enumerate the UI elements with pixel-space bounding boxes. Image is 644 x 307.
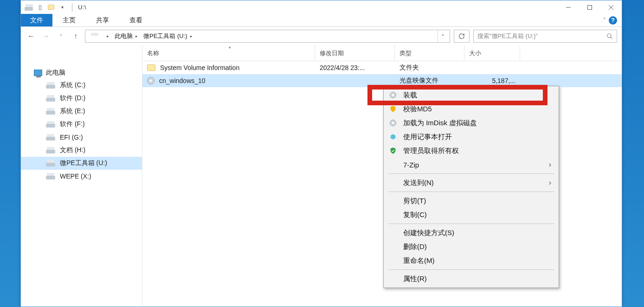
disc-icon <box>147 77 155 84</box>
svg-rect-1 <box>588 5 592 9</box>
drive-icon <box>46 108 55 115</box>
address-bar[interactable]: ▸ 此电脑▸ 微PE工具箱 (U:)▸ ˅ <box>85 30 450 43</box>
ctx-cut[interactable]: 剪切(T) <box>385 194 558 208</box>
sort-indicator-icon: ▴ <box>229 45 231 49</box>
file-list-pane: 名称▴ 修改日期 类型 大小 System Volume Information… <box>142 45 622 307</box>
drive-icon <box>46 82 55 89</box>
breadcrumb-root[interactable]: 此电脑▸ <box>112 30 141 42</box>
qat-dropdown-icon[interactable]: ▾ <box>58 3 66 12</box>
context-menu: 装载 校验MD5 加载为 ImDisk 虚拟磁盘 使用记事本打开 管理员取得所有… <box>383 86 559 288</box>
folder-icon <box>147 64 155 71</box>
drive-icon <box>46 95 55 102</box>
up-button[interactable]: ↑ <box>70 31 81 42</box>
col-type[interactable]: 类型 <box>395 45 464 61</box>
tab-view[interactable]: 查看 <box>119 14 153 26</box>
cube-icon <box>388 134 398 140</box>
refresh-button[interactable] <box>454 30 470 43</box>
svg-line-5 <box>611 37 612 39</box>
minimize-button[interactable] <box>558 0 579 14</box>
tree-root-label: 此电脑 <box>46 69 65 77</box>
tree-item-drive-h[interactable]: 文档 (H:) <box>21 144 142 157</box>
ctx-create-shortcut[interactable]: 创建快捷方式(S) <box>385 226 558 240</box>
ribbon-tabs: 文件 主页 共享 查看 ˅ ? <box>21 14 622 27</box>
disc-icon <box>388 120 398 126</box>
file-row-folder[interactable]: System Volume Information 2022/4/28 23:.… <box>142 61 622 74</box>
ctx-md5[interactable]: 校验MD5 <box>385 102 558 116</box>
pc-icon <box>34 70 42 76</box>
submenu-arrow-icon: › <box>549 160 551 169</box>
tree-root-this-pc[interactable]: 此电脑 <box>21 67 142 79</box>
ctx-7zip[interactable]: 7-Zip › <box>385 158 558 172</box>
ctx-copy[interactable]: 复制(C) <box>385 208 558 222</box>
maximize-button[interactable] <box>579 0 600 14</box>
drive-icon <box>25 3 33 12</box>
ribbon-collapse-icon[interactable]: ˅ <box>603 17 606 23</box>
quick-access-toolbar: ▯ ▾ <box>21 3 70 12</box>
tree-item-drive-c[interactable]: 系统 (C:) <box>21 79 142 92</box>
forward-button[interactable]: → <box>40 31 52 42</box>
tree-item-drive-g[interactable]: EFI (G:) <box>21 131 142 144</box>
divider <box>72 3 72 12</box>
ctx-imdisk[interactable]: 加载为 ImDisk 虚拟磁盘 <box>385 116 558 130</box>
ctx-notepad[interactable]: 使用记事本打开 <box>385 130 558 144</box>
folder-icon[interactable] <box>47 3 55 12</box>
tree-item-drive-u[interactable]: 微PE工具箱 (U:) <box>21 157 142 170</box>
col-name[interactable]: 名称▴ <box>142 45 315 61</box>
recent-dropdown[interactable]: ˅ <box>55 31 66 42</box>
ctx-rename[interactable]: 重命名(M) <box>385 254 558 268</box>
breadcrumb-drive[interactable]: 微PE工具箱 (U:)▸ <box>141 30 195 42</box>
tree-item-drive-d[interactable]: 软件 (D:) <box>21 92 142 105</box>
tab-home[interactable]: 主页 <box>52 14 86 26</box>
address-dropdown-icon[interactable]: ˅ <box>438 30 448 42</box>
col-size[interactable]: 大小 <box>464 45 520 61</box>
drive-icon <box>46 121 55 128</box>
drive-icon <box>46 134 55 141</box>
search-placeholder: 搜索"微PE工具箱 (U:)" <box>477 32 538 40</box>
svg-point-4 <box>607 34 611 38</box>
explorer-window: ▯ ▾ U:\ 文件 主页 共享 查看 ˅ ? ← → ˅ ↑ ▸ 此电脑▸ 微… <box>20 0 622 307</box>
file-icon[interactable]: ▯ <box>36 3 44 12</box>
col-date[interactable]: 修改日期 <box>315 45 395 61</box>
file-row-iso[interactable]: cn_windows_10 光盘映像文件 5,187,... <box>142 74 622 87</box>
tree-item-drive-e[interactable]: 系统 (E:) <box>21 105 142 118</box>
back-button[interactable]: ← <box>26 31 37 42</box>
ctx-take-ownership[interactable]: 管理员取得所有权 <box>385 144 558 158</box>
tab-share[interactable]: 共享 <box>86 14 119 26</box>
shield-check-icon <box>388 147 398 154</box>
tree-item-drive-f[interactable]: 软件 (F:) <box>21 118 142 131</box>
submenu-arrow-icon: › <box>549 179 551 187</box>
title-bar: ▯ ▾ U:\ <box>21 0 622 14</box>
ctx-mount[interactable]: 装载 <box>385 88 558 102</box>
nav-tree: 此电脑 系统 (C:) 软件 (D:) 系统 (E:) 软件 (F:) EFI … <box>21 45 142 307</box>
drive-icon <box>90 33 98 39</box>
ctx-send-to[interactable]: 发送到(N) › <box>385 176 558 190</box>
close-button[interactable] <box>600 0 622 14</box>
breadcrumb-separator[interactable]: ▸ <box>101 30 112 42</box>
tab-file[interactable]: 文件 <box>21 14 52 26</box>
drive-icon <box>46 173 55 179</box>
shield-icon <box>388 105 398 113</box>
window-title: U:\ <box>74 4 90 11</box>
search-icon <box>606 33 613 39</box>
ctx-properties[interactable]: 属性(R) <box>385 272 558 286</box>
nav-bar: ← → ˅ ↑ ▸ 此电脑▸ 微PE工具箱 (U:)▸ ˅ 搜索"微PE工具箱 … <box>21 27 622 45</box>
drive-icon <box>46 147 55 154</box>
disc-icon <box>388 92 398 98</box>
help-icon[interactable]: ? <box>609 16 617 25</box>
column-headers: 名称▴ 修改日期 类型 大小 <box>142 45 622 61</box>
ctx-delete[interactable]: 删除(D) <box>385 240 558 254</box>
search-input[interactable]: 搜索"微PE工具箱 (U:)" <box>473 30 617 43</box>
tree-item-drive-x[interactable]: WEPE (X:) <box>21 170 142 183</box>
drive-icon <box>46 160 55 166</box>
